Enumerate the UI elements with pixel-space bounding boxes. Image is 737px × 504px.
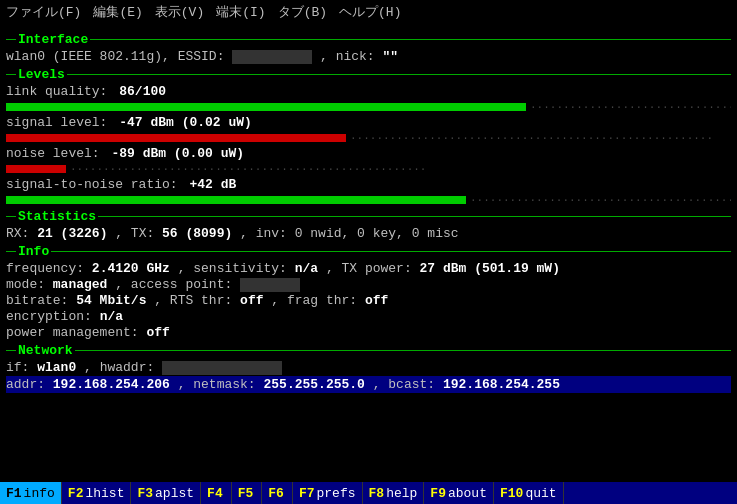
menu-view[interactable]: 表示(V) (153, 2, 206, 22)
hwaddr-masked (162, 361, 282, 375)
pm-label: power management: (6, 325, 146, 340)
ap-label: , access point: (115, 277, 240, 292)
if-label: if: (6, 360, 37, 375)
inv-text: , inv: 0 nwid, 0 key, 0 misc (240, 226, 458, 241)
if-value: wlan0 (37, 360, 76, 375)
frag-label: , frag thr: (271, 293, 365, 308)
signal-level-line: signal level: -47 dBm (0.02 uW) (6, 115, 731, 130)
sens-value: n/a (295, 261, 318, 276)
f4-key: F4 (207, 486, 223, 501)
f2-label: lhist (85, 486, 124, 501)
info-pm-line: power management: off (6, 325, 731, 340)
addr-value: 192.168.254.206 (53, 377, 170, 392)
status-f1[interactable]: F1 info (0, 482, 62, 504)
levels-header: Levels (6, 67, 731, 82)
statusbar: F1 info F2 lhist F3 aplst F4 F5 F6 F7 pr… (0, 482, 737, 504)
noise-level-line: noise level: -89 dBm (0.00 uW) (6, 146, 731, 161)
snr-bar-green (6, 196, 466, 204)
bcast-value: 192.168.254.255 (443, 377, 560, 392)
f7-label: prefs (317, 486, 356, 501)
status-f10[interactable]: F10 quit (494, 482, 564, 504)
enc-value: n/a (100, 309, 123, 324)
snr-line: signal-to-noise ratio: +42 dB (6, 177, 731, 192)
enc-label: encryption: (6, 309, 100, 324)
menubar: ファイル(F) 編集(E) 表示(V) 端末(I) タブ(B) ヘルプ(H) (0, 0, 737, 24)
levels-label: Levels (18, 67, 65, 82)
f7-key: F7 (299, 486, 315, 501)
sig-value: -47 dBm (0.02 uW) (119, 115, 252, 130)
network-label: Network (18, 343, 73, 358)
sig-bar-red (6, 134, 346, 142)
snr-bar-row: ········································… (6, 194, 731, 206)
f1-key: F1 (6, 486, 22, 501)
menu-file[interactable]: ファイル(F) (4, 2, 83, 22)
interface-header: Interface (6, 32, 731, 47)
network-if-line: if: wlan0 , hwaddr: (6, 360, 731, 375)
info-bitrate-line: bitrate: 54 Mbit/s , RTS thr: off , frag… (6, 293, 731, 308)
f9-key: F9 (430, 486, 446, 501)
freq-label: frequency: (6, 261, 92, 276)
info-label: Info (18, 244, 49, 259)
pm-value: off (146, 325, 169, 340)
status-f5[interactable]: F5 (232, 482, 263, 504)
status-f4[interactable]: F4 (201, 482, 232, 504)
rts-label: , RTS thr: (154, 293, 240, 308)
statistics-header: Statistics (6, 209, 731, 224)
mode-label: mode: (6, 277, 53, 292)
noise-label: noise level: (6, 146, 100, 161)
menu-help[interactable]: ヘルプ(H) (337, 2, 403, 22)
mode-value: managed (53, 277, 108, 292)
noise-bar-red (6, 165, 66, 173)
lq-bar-green (6, 103, 526, 111)
status-f9[interactable]: F9 about (424, 482, 494, 504)
nick-label: , nick: (320, 49, 375, 64)
freq-value: 2.4120 GHz (92, 261, 170, 276)
frag-value: off (365, 293, 388, 308)
snr-label: signal-to-noise ratio: (6, 177, 178, 192)
tx-value: 56 (8099) (162, 226, 232, 241)
ap-masked (240, 278, 300, 292)
snr-value: +42 dB (189, 177, 236, 192)
network-header: Network (6, 343, 731, 358)
lq-value: 86/100 (119, 84, 166, 99)
noise-value: -89 dBm (0.00 uW) (111, 146, 244, 161)
netmask-label: , netmask: (178, 377, 264, 392)
main-content: Interface wlan0 (IEEE 802.11g), ESSID: ,… (0, 24, 737, 482)
f3-label: aplst (155, 486, 194, 501)
interface-line: wlan0 (IEEE 802.11g), ESSID: , nick: "" (6, 49, 731, 64)
noise-dots: ········································… (70, 163, 731, 175)
lq-label: link quality: (6, 84, 107, 99)
network-addr-line: addr: 192.168.254.206 , netmask: 255.255… (6, 376, 731, 393)
sig-dots: ········································… (350, 132, 731, 144)
status-f6[interactable]: F6 (262, 482, 293, 504)
hw-label: , hwaddr: (84, 360, 162, 375)
bcast-label: , bcast: (373, 377, 443, 392)
addr-label: addr: (6, 377, 53, 392)
status-f7[interactable]: F7 prefs (293, 482, 363, 504)
menu-tab[interactable]: タブ(B) (276, 2, 329, 22)
f9-label: about (448, 486, 487, 501)
essid-masked (232, 50, 312, 64)
menu-edit[interactable]: 編集(E) (91, 2, 144, 22)
netmask-value: 255.255.255.0 (263, 377, 364, 392)
status-f3[interactable]: F3 aplst (131, 482, 201, 504)
f8-label: help (386, 486, 417, 501)
bitrate-label: bitrate: (6, 293, 76, 308)
f10-key: F10 (500, 486, 523, 501)
tx-sep: , TX: (115, 226, 162, 241)
interface-label: Interface (18, 32, 88, 47)
f3-key: F3 (137, 486, 153, 501)
status-f8[interactable]: F8 help (363, 482, 425, 504)
info-header: Info (6, 244, 731, 259)
noise-bar-row: ········································… (6, 163, 731, 175)
f2-key: F2 (68, 486, 84, 501)
nick-value: "" (382, 49, 398, 64)
status-f2[interactable]: F2 lhist (62, 482, 132, 504)
rts-value: off (240, 293, 263, 308)
sens-label: , sensitivity: (178, 261, 295, 276)
lq-dots: ········································… (530, 101, 731, 113)
rx-value: 21 (3226) (37, 226, 107, 241)
f6-key: F6 (268, 486, 284, 501)
wlan-info: wlan0 (IEEE 802.11g), ESSID: (6, 49, 224, 64)
menu-terminal[interactable]: 端末(I) (214, 2, 267, 22)
